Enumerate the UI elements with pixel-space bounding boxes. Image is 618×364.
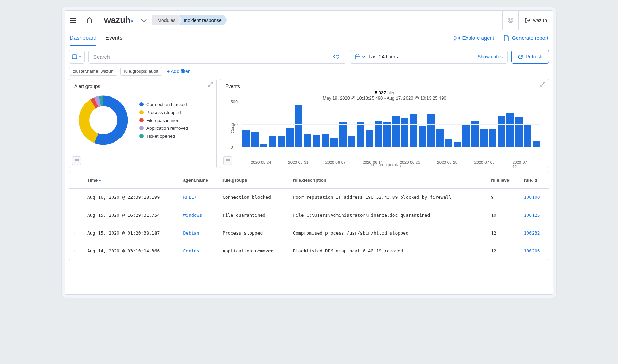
show-dates-button[interactable]: Show dates [478, 54, 503, 59]
table-row[interactable]: ›Aug 15, 2020 @ 01:20:38.187DebianProces… [69, 224, 549, 242]
svg-point-6 [75, 160, 75, 161]
filter-bar: cluster.name: wazuh rule.groups: audit +… [65, 67, 553, 79]
col-time[interactable]: Time▾ [83, 172, 179, 189]
cell-time: Aug 15, 2020 @ 16:29:31.754 [83, 206, 179, 224]
events-subtitle: May 19, 2020 @ 10:13:25.490 - Aug 17, 20… [225, 95, 544, 101]
cell-id[interactable]: 100100 [520, 189, 549, 206]
x-tick: 2020-07-05 [474, 160, 495, 164]
legend-label: Ticket opened [146, 134, 175, 139]
tab-events[interactable]: Events [105, 30, 122, 46]
col-groups[interactable]: rule.groups [218, 172, 289, 189]
cell-desc: Blacklisted RPM nmap-ncat-6.40-19 remove… [289, 242, 487, 260]
row-expand-icon[interactable]: › [73, 213, 76, 218]
table-row[interactable]: ›Aug 14, 2020 @ 03:10:14.366CentosApplic… [69, 242, 549, 260]
x-axis-label: timestamp per day [225, 162, 544, 167]
cell-level: 9 [487, 189, 519, 206]
bar [533, 141, 540, 147]
cell-id[interactable]: 100232 [520, 224, 549, 242]
app-switcher-chevron-icon[interactable] [137, 18, 150, 22]
x-tick: 2020-06-14 [363, 160, 383, 164]
expand-icon[interactable] [208, 82, 213, 87]
menu-icon[interactable] [65, 11, 81, 30]
bar [515, 117, 523, 147]
saved-queries-button[interactable] [69, 50, 85, 64]
logout-icon [525, 18, 530, 23]
cell-desc: File C:\Users\Administrator\Finance.doc … [289, 206, 487, 224]
cell-id[interactable]: 100206 [520, 242, 549, 260]
bar [471, 121, 479, 147]
svg-point-10 [226, 162, 226, 162]
events-hits: 5,327 hits [225, 90, 544, 95]
col-agent[interactable]: agent.name [179, 172, 218, 189]
bar [339, 122, 347, 147]
cell-id[interactable]: 100125 [520, 206, 549, 224]
panel-options-icon[interactable] [72, 156, 81, 165]
bar [286, 128, 294, 147]
explore-agent-button[interactable]: Explore agent [454, 35, 494, 41]
brand-logo: wazuh. [98, 15, 137, 25]
cell-level: 12 [487, 224, 519, 242]
row-expand-icon[interactable]: › [73, 195, 76, 200]
legend-item[interactable]: Application removed [139, 126, 188, 131]
cell-agent[interactable]: Centos [179, 242, 218, 260]
col-level[interactable]: rule.level [487, 172, 519, 189]
bar [366, 130, 373, 147]
legend-label: Process stopped [146, 110, 181, 115]
query-row: KQL Last 24 hours Show dates Refresh [65, 46, 553, 67]
bar [278, 136, 285, 147]
legend-swatch [139, 126, 144, 130]
legend-item[interactable]: Connection blocked [139, 102, 188, 107]
panel-title: Alert groups [74, 83, 211, 89]
col-desc[interactable]: rule.description [289, 172, 487, 189]
bar [304, 134, 311, 147]
table-row[interactable]: ›Aug 16, 2020 @ 22:39:18.199RHEL7Connect… [69, 189, 549, 206]
table-row[interactable]: ›Aug 15, 2020 @ 16:29:31.754WindowsFile … [69, 206, 549, 224]
bar [410, 114, 417, 147]
bar [489, 129, 496, 147]
panel-options-icon[interactable] [223, 156, 232, 165]
row-expand-icon[interactable]: › [73, 249, 76, 253]
legend-swatch [139, 134, 144, 138]
legend-swatch [139, 110, 144, 114]
crumb-incident-response[interactable]: Incident response [178, 15, 227, 25]
status-ring-icon[interactable] [502, 11, 518, 30]
svg-rect-3 [72, 55, 77, 59]
bar [427, 114, 435, 147]
user-menu[interactable]: wazuh [518, 11, 553, 30]
refresh-button[interactable]: Refresh [511, 50, 549, 64]
row-expand-icon[interactable]: › [73, 231, 76, 236]
svg-rect-4 [355, 55, 360, 59]
home-icon[interactable] [81, 11, 98, 30]
cell-agent[interactable]: Windows [179, 206, 218, 224]
cell-level: 12 [487, 242, 519, 260]
cell-groups: Connection blocked [218, 189, 289, 206]
cell-desc: Compromised process /usr/sbin/httpd stop… [289, 224, 487, 242]
bar [436, 129, 444, 147]
cell-agent[interactable]: Debian [179, 224, 218, 242]
add-filter-button[interactable]: + Add filter [167, 69, 190, 74]
legend-item[interactable]: File quarantined [139, 118, 188, 123]
tab-dashboard[interactable]: Dashboard [70, 30, 96, 46]
filter-chip[interactable]: rule.groups: audit [120, 67, 162, 76]
bar [506, 113, 514, 147]
cell-groups: Application removed [218, 242, 289, 260]
date-range-picker[interactable]: Last 24 hours Show dates [350, 50, 508, 64]
expand-icon[interactable] [540, 82, 545, 87]
legend-item[interactable]: Process stopped [139, 110, 188, 115]
col-id[interactable]: rule.id [520, 172, 549, 189]
bar [419, 126, 426, 147]
bar [454, 142, 461, 147]
bar [313, 135, 320, 147]
x-tick: 2020-05-31 [288, 160, 308, 164]
svg-point-9 [226, 160, 226, 161]
legend-item[interactable]: Ticket opened [139, 134, 188, 139]
cell-agent[interactable]: RHEL7 [179, 189, 218, 206]
query-lang-toggle[interactable]: KQL [332, 54, 342, 59]
filter-chip[interactable]: cluster.name: wazuh [69, 67, 117, 76]
svg-point-8 [226, 159, 226, 160]
y-tick: 250 [231, 122, 238, 127]
search-input[interactable] [89, 50, 346, 63]
generate-report-button[interactable]: Generate report [504, 35, 548, 41]
svg-point-5 [75, 159, 75, 160]
crumb-modules[interactable]: Modules [152, 15, 181, 25]
